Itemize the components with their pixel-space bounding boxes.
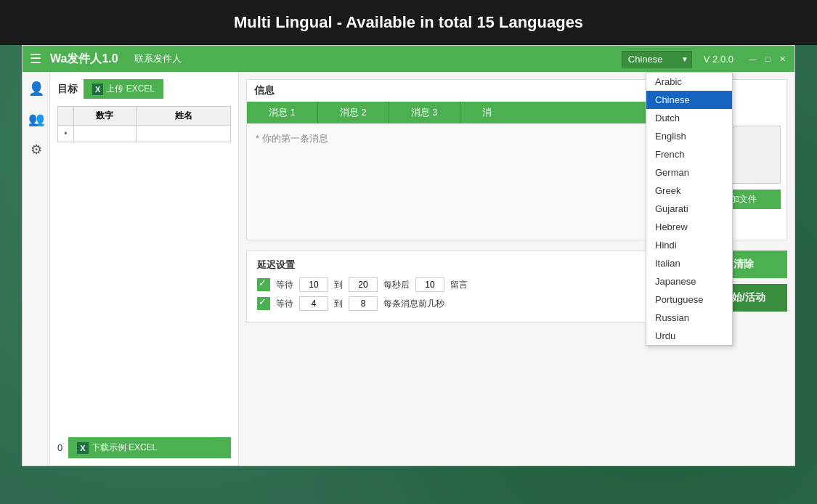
message-tabs: 消息 1 消息 2 消息 3 消 + bbox=[247, 102, 699, 123]
app-title: Wa发件人1.0 bbox=[50, 52, 118, 67]
target-label: 目标 bbox=[57, 83, 78, 96]
lang-option-german[interactable]: German bbox=[646, 163, 732, 182]
sidebar-item-person[interactable]: 👤 bbox=[25, 78, 47, 99]
tab-message-1[interactable]: 消息 1 bbox=[247, 102, 318, 123]
lang-option-chinese[interactable]: Chinese bbox=[646, 91, 732, 109]
language-selector-wrapper: ArabicChineseDutchEnglishFrenchGermanGre… bbox=[622, 51, 692, 68]
delay-wait-1: 等待 bbox=[276, 279, 293, 291]
info-left: 消息 1 消息 2 消息 3 消 + * 你的第一条消息 bbox=[247, 102, 699, 240]
lang-option-urdu[interactable]: Urdu bbox=[646, 327, 732, 345]
lang-option-arabic[interactable]: Arabic bbox=[646, 73, 732, 91]
table-cell-name bbox=[137, 126, 231, 142]
delay-section: 延迟设置 等待 到 每秒后 留言 等待 bbox=[246, 251, 678, 323]
delay-after-1: 每秒后 bbox=[383, 279, 410, 291]
lang-option-dutch[interactable]: Dutch bbox=[646, 109, 732, 127]
lang-option-portuguese[interactable]: Portuguese bbox=[646, 290, 732, 309]
app-subtitle: 联系发件人 bbox=[134, 52, 182, 65]
delay-input-from-1[interactable] bbox=[299, 277, 328, 292]
table-header-number: 数字 bbox=[73, 107, 137, 126]
upload-excel-button[interactable]: X 上传 EXCEL bbox=[84, 79, 163, 99]
tab-message-2[interactable]: 消息 2 bbox=[318, 102, 389, 123]
sidebar-item-settings[interactable]: ⚙ bbox=[25, 139, 47, 160]
app-window: ☰ Wa发件人1.0 联系发件人 ArabicChineseDutchEngli… bbox=[22, 45, 795, 466]
upload-excel-label: 上传 EXCEL bbox=[106, 83, 155, 95]
delay-checkbox-2[interactable] bbox=[257, 297, 270, 310]
delay-input-to-2[interactable] bbox=[349, 296, 378, 311]
lang-option-french[interactable]: French bbox=[646, 145, 732, 163]
left-panel: 目标 X 上传 EXCEL 数字 姓名 • bbox=[50, 72, 239, 466]
excel-icon: X bbox=[92, 84, 103, 95]
version-label: V 2.0.0 bbox=[704, 54, 733, 65]
delay-after-2: 每条消息前几秒 bbox=[383, 298, 444, 310]
delay-input-comment[interactable] bbox=[415, 277, 444, 292]
count-label: 0 bbox=[57, 442, 62, 453]
page-title: Multi Lingual - Available in total 15 La… bbox=[0, 0, 817, 45]
delay-input-to-1[interactable] bbox=[349, 277, 378, 292]
excel-icon-download: X bbox=[77, 442, 88, 454]
bottom-row: 0 X 下载示例 EXCEL bbox=[57, 431, 231, 458]
lang-option-russian[interactable]: Russian bbox=[646, 309, 732, 327]
title-bar-right: ArabicChineseDutchEnglishFrenchGermanGre… bbox=[622, 51, 787, 68]
language-dropdown[interactable]: ArabicChineseDutchEnglishFrenchGermanGre… bbox=[646, 72, 733, 346]
window-controls: — □ ✕ bbox=[748, 54, 787, 64]
maximize-button[interactable]: □ bbox=[763, 54, 773, 64]
delay-to-1: 到 bbox=[334, 279, 343, 291]
delay-wait-2: 等待 bbox=[276, 298, 293, 310]
language-select[interactable]: ArabicChineseDutchEnglishFrenchGermanGre… bbox=[622, 51, 692, 68]
data-table: 数字 姓名 • bbox=[57, 106, 231, 142]
delay-comment-label: 留言 bbox=[450, 279, 468, 291]
download-excel-button[interactable]: X 下载示例 EXCEL bbox=[68, 437, 231, 458]
title-bar: ☰ Wa发件人1.0 联系发件人 ArabicChineseDutchEngli… bbox=[23, 46, 794, 72]
delay-row-2: 等待 到 每条消息前几秒 bbox=[257, 296, 667, 311]
lang-option-japanese[interactable]: Japanese bbox=[646, 272, 732, 290]
table-header-name: 姓名 bbox=[137, 107, 231, 126]
table-cell-number bbox=[73, 126, 137, 142]
minimize-button[interactable]: — bbox=[748, 54, 758, 64]
lang-option-hindi[interactable]: Hindi bbox=[646, 236, 732, 254]
delay-row-1: 等待 到 每秒后 留言 bbox=[257, 277, 667, 292]
clear-label: 清除 bbox=[733, 258, 754, 271]
lang-option-hebrew[interactable]: Hebrew bbox=[646, 218, 732, 236]
delay-to-2: 到 bbox=[334, 298, 343, 310]
download-excel-label: 下载示例 EXCEL bbox=[92, 442, 158, 454]
lang-option-english[interactable]: English bbox=[646, 127, 732, 145]
table-row: • bbox=[58, 126, 231, 142]
lang-option-italian[interactable]: Italian bbox=[646, 254, 732, 272]
left-panel-header: 目标 X 上传 EXCEL bbox=[57, 79, 231, 99]
close-button[interactable]: ✕ bbox=[777, 54, 787, 64]
lang-option-gujarati[interactable]: Gujarati bbox=[646, 200, 732, 218]
delay-title: 延迟设置 bbox=[257, 259, 667, 272]
message-area[interactable]: * 你的第一条消息 bbox=[247, 123, 699, 240]
menu-icon[interactable]: ☰ bbox=[30, 51, 41, 67]
row-indicator: • bbox=[58, 126, 74, 142]
sidebar-item-group[interactable]: 👥 bbox=[25, 108, 47, 130]
lang-option-greek[interactable]: Greek bbox=[646, 182, 732, 200]
sidebar: 👤 👥 ⚙ bbox=[23, 72, 50, 466]
table-header-indicator bbox=[58, 107, 74, 126]
title-bar-left: ☰ Wa发件人1.0 联系发件人 bbox=[30, 51, 182, 67]
delay-input-from-2[interactable] bbox=[299, 296, 328, 311]
tab-message-3[interactable]: 消息 3 bbox=[389, 102, 460, 123]
delay-checkbox-1[interactable] bbox=[257, 278, 270, 291]
